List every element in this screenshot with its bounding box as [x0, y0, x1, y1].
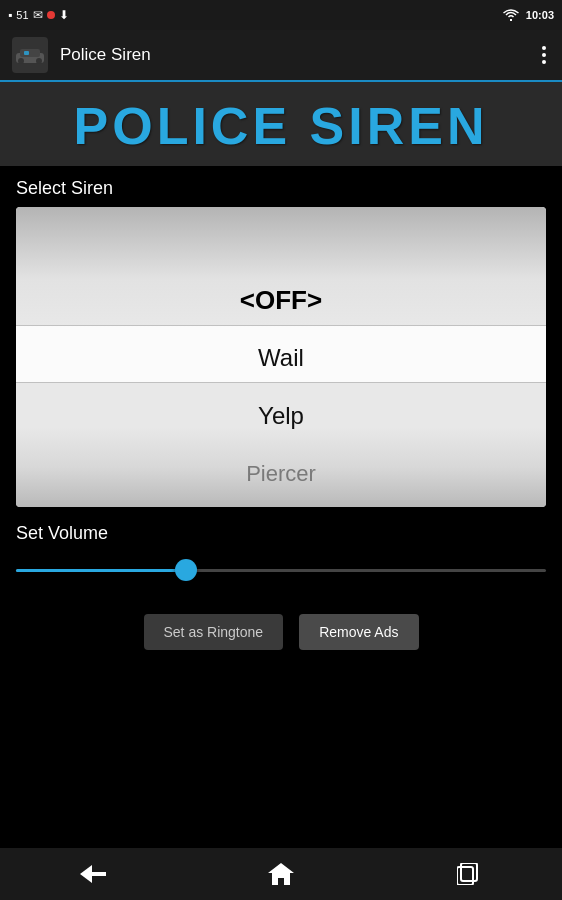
- remove-ads-button[interactable]: Remove Ads: [299, 614, 418, 650]
- svg-rect-9: [461, 863, 477, 881]
- volume-slider-container[interactable]: [16, 558, 546, 582]
- app-title: Police Siren: [60, 45, 526, 65]
- siren-picker[interactable]: <OFF> Wail Yelp Piercer: [16, 207, 546, 507]
- picker-items-list: <OFF> Wail Yelp Piercer: [16, 207, 546, 507]
- home-button[interactable]: [251, 854, 311, 894]
- select-label-area: Select Siren: [0, 166, 562, 207]
- recents-button[interactable]: [438, 854, 498, 894]
- sim-icon: ▪: [8, 8, 12, 22]
- app-icon: [12, 37, 48, 73]
- buttons-area: Set as Ringtone Remove Ads: [0, 590, 562, 674]
- status-left: ▪ 51 ✉ ⬇: [8, 8, 69, 22]
- svg-point-2: [18, 58, 24, 64]
- overflow-menu-button[interactable]: [538, 42, 550, 68]
- status-right: 10:03: [502, 8, 554, 22]
- app-bar: Police Siren: [0, 30, 562, 82]
- picker-item-off[interactable]: <OFF>: [16, 271, 546, 329]
- slider-track: [16, 569, 546, 572]
- back-button[interactable]: [64, 854, 124, 894]
- svg-marker-7: [268, 863, 294, 885]
- svg-point-3: [36, 58, 42, 64]
- siren-title: POLICE SIREN: [16, 100, 546, 152]
- svg-rect-6: [88, 872, 106, 876]
- slider-fill: [16, 569, 186, 572]
- notif-dot: [47, 11, 55, 19]
- overflow-dot-1: [542, 46, 546, 50]
- set-ringtone-button[interactable]: Set as Ringtone: [144, 614, 284, 650]
- svg-rect-8: [457, 867, 473, 885]
- email-icon: ✉: [33, 8, 43, 22]
- picker-item-yelp[interactable]: Yelp: [16, 387, 546, 445]
- overflow-dot-2: [542, 53, 546, 57]
- download-icon: ⬇: [59, 8, 69, 22]
- overflow-dot-3: [542, 60, 546, 64]
- volume-section: Set Volume: [0, 507, 562, 590]
- wifi-icon: [502, 8, 520, 22]
- slider-thumb[interactable]: [175, 559, 197, 581]
- status-bar: ▪ 51 ✉ ⬇ 10:03: [0, 0, 562, 30]
- notif-count: 51: [16, 9, 28, 21]
- svg-rect-1: [20, 49, 40, 57]
- volume-label: Set Volume: [16, 523, 546, 544]
- siren-title-area: POLICE SIREN: [0, 82, 562, 166]
- svg-rect-4: [24, 51, 29, 55]
- nav-bar: [0, 848, 562, 900]
- picker-item-wail[interactable]: Wail: [16, 329, 546, 387]
- time-display: 10:03: [526, 9, 554, 21]
- picker-item-piercer[interactable]: Piercer: [16, 445, 546, 503]
- select-siren-label: Select Siren: [16, 178, 113, 198]
